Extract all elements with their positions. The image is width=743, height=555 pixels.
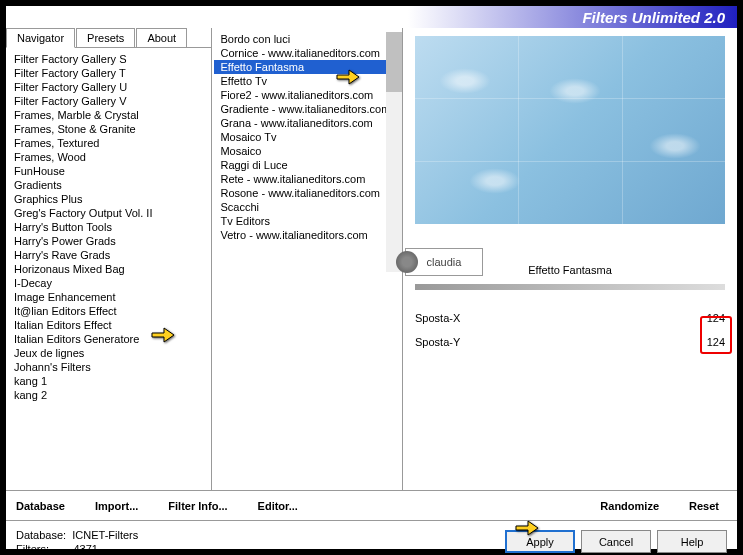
category-item[interactable]: kang 1	[8, 374, 209, 388]
category-item[interactable]: Filter Factory Gallery V	[8, 94, 209, 108]
scrollbar[interactable]	[386, 32, 402, 272]
filters-count-label: Filters:	[16, 543, 49, 555]
watermark-badge: claudia	[405, 248, 483, 276]
scroll-thumb[interactable]	[386, 32, 402, 92]
main-area: Navigator Presets About Filter Factory G…	[6, 28, 737, 490]
filter-item[interactable]: Fiore2 - www.italianeditors.com	[214, 88, 400, 102]
cancel-button[interactable]: Cancel	[581, 530, 651, 553]
category-item[interactable]: Frames, Textured	[8, 136, 209, 150]
apply-button[interactable]: Apply	[505, 530, 575, 553]
category-item[interactable]: Harry's Power Grads	[8, 234, 209, 248]
category-item[interactable]: Johann's Filters	[8, 360, 209, 374]
filterinfo-button[interactable]: Filter Info...	[168, 500, 227, 512]
app-title: Filters Unlimited 2.0	[582, 9, 725, 26]
button-row: Database Import... Filter Info... Editor…	[6, 490, 737, 520]
app-window: Filters Unlimited 2.0 Navigator Presets …	[5, 5, 738, 550]
tab-navigator[interactable]: Navigator	[6, 28, 75, 48]
tab-presets[interactable]: Presets	[76, 28, 135, 47]
tabs: Navigator Presets About	[6, 28, 211, 48]
category-item[interactable]: Frames, Wood	[8, 150, 209, 164]
category-item[interactable]: Italian Editors Effect	[8, 318, 209, 332]
filter-item[interactable]: Mosaico Tv	[214, 130, 400, 144]
filter-item[interactable]: Cornice - www.italianeditors.com	[214, 46, 400, 60]
slider-sposta-y[interactable]	[475, 332, 695, 352]
category-item[interactable]: Graphics Plus	[8, 192, 209, 206]
category-item[interactable]: It@lian Editors Effect	[8, 304, 209, 318]
param-value: 124	[695, 336, 725, 348]
filter-item[interactable]: Rosone - www.italianeditors.com	[214, 186, 400, 200]
import-button[interactable]: Import...	[95, 500, 138, 512]
category-list[interactable]: Filter Factory Gallery SFilter Factory G…	[6, 48, 211, 490]
editor-button[interactable]: Editor...	[258, 500, 298, 512]
param-label: Sposta-Y	[415, 336, 475, 348]
reset-button[interactable]: Reset	[689, 500, 719, 512]
preview-image	[415, 36, 725, 224]
filter-item[interactable]: Vetro - www.italianeditors.com	[214, 228, 400, 242]
db-info: Database: ICNET-Filters Filters: 4371	[16, 528, 499, 556]
category-item[interactable]: Frames, Stone & Granite	[8, 122, 209, 136]
randomize-button[interactable]: Randomize	[600, 500, 659, 512]
category-item[interactable]: Filter Factory Gallery S	[8, 52, 209, 66]
filter-item[interactable]: Gradiente - www.italianeditors.com	[214, 102, 400, 116]
param-value: 124	[695, 312, 725, 324]
filter-item[interactable]: Rete - www.italianeditors.com	[214, 172, 400, 186]
category-item[interactable]: Horizonaus Mixed Bag	[8, 262, 209, 276]
divider	[415, 284, 725, 290]
tab-about[interactable]: About	[136, 28, 187, 47]
filter-item[interactable]: Mosaico	[214, 144, 400, 158]
db-label: Database:	[16, 529, 66, 541]
watermark-text: claudia	[427, 256, 462, 268]
footer: Database: ICNET-Filters Filters: 4371 Ap…	[6, 520, 737, 555]
left-pane: Navigator Presets About Filter Factory G…	[6, 28, 212, 490]
database-button[interactable]: Database	[16, 500, 65, 512]
filters-count-value: 4371	[73, 543, 97, 555]
category-item[interactable]: Frames, Marble & Crystal	[8, 108, 209, 122]
filter-item[interactable]: Grana - www.italianeditors.com	[214, 116, 400, 130]
category-item[interactable]: I-Decay	[8, 276, 209, 290]
filter-item[interactable]: Effetto Tv	[214, 74, 400, 88]
category-item[interactable]: Greg's Factory Output Vol. II	[8, 206, 209, 220]
slider-sposta-x[interactable]	[475, 308, 695, 328]
filter-item[interactable]: Raggi di Luce	[214, 158, 400, 172]
middle-pane: Bordo con luciCornice - www.italianedito…	[212, 28, 403, 490]
category-item[interactable]: kang 2	[8, 388, 209, 402]
help-button[interactable]: Help	[657, 530, 727, 553]
filter-item[interactable]: Bordo con luci	[214, 32, 400, 46]
category-item[interactable]: Filter Factory Gallery U	[8, 80, 209, 94]
category-item[interactable]: Harry's Button Tools	[8, 220, 209, 234]
category-item[interactable]: Image Enhancement	[8, 290, 209, 304]
title-bar: Filters Unlimited 2.0	[6, 6, 737, 28]
category-item[interactable]: FunHouse	[8, 164, 209, 178]
category-item[interactable]: Harry's Rave Grads	[8, 248, 209, 262]
filter-item[interactable]: Effetto Fantasma	[214, 60, 400, 74]
filter-item[interactable]: Scacchi	[214, 200, 400, 214]
filter-item[interactable]: Tv Editors	[214, 214, 400, 228]
category-item[interactable]: Jeux de lignes	[8, 346, 209, 360]
param-row-0: Sposta-X 124	[415, 308, 725, 328]
filter-list[interactable]: Bordo con luciCornice - www.italianedito…	[212, 28, 402, 246]
db-value: ICNET-Filters	[72, 529, 138, 541]
param-row-1: Sposta-Y 124	[415, 332, 725, 352]
category-item[interactable]: Filter Factory Gallery T	[8, 66, 209, 80]
param-label: Sposta-X	[415, 312, 475, 324]
category-item[interactable]: Italian Editors Generatore	[8, 332, 209, 346]
category-item[interactable]: Gradients	[8, 178, 209, 192]
